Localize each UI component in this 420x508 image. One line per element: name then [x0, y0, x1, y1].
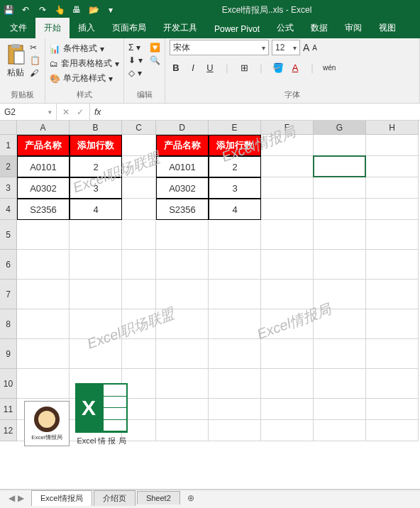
cell-C5[interactable]: [122, 220, 156, 250]
tab-page-layout[interactable]: 页面布局: [104, 18, 155, 38]
tab-data[interactable]: 数据: [302, 18, 336, 38]
tab-home[interactable]: 开始: [35, 18, 70, 38]
cell-B1[interactable]: 添加行数: [70, 135, 122, 156]
cell-D9[interactable]: [156, 339, 209, 369]
format-as-table-button[interactable]: 🗂 套用表格格式 ▾: [50, 57, 119, 70]
cell-G8[interactable]: [314, 309, 366, 339]
cell-H5[interactable]: [366, 220, 419, 250]
cell-B5[interactable]: [70, 220, 122, 250]
fill-color-button[interactable]: 🪣: [272, 62, 284, 73]
row-header-11[interactable]: 11: [0, 399, 17, 420]
cell-B7[interactable]: [70, 280, 122, 309]
row-header-8[interactable]: 8: [0, 309, 17, 339]
cell-A1[interactable]: 产品名称: [17, 135, 70, 156]
cell-F2[interactable]: [261, 156, 314, 177]
open-icon[interactable]: 📂: [88, 4, 99, 16]
cell-G2[interactable]: [314, 156, 366, 177]
cell-D5[interactable]: [156, 220, 209, 250]
cell-G3[interactable]: [314, 177, 366, 199]
cell-E8[interactable]: [209, 309, 261, 339]
cell-G1[interactable]: [314, 135, 366, 156]
font-size-select[interactable]: 12: [272, 40, 300, 55]
cell-A3[interactable]: A0302: [17, 177, 70, 199]
col-header-E[interactable]: E: [209, 121, 261, 135]
cut-icon[interactable]: ✂: [30, 43, 40, 53]
col-header-G[interactable]: G: [314, 121, 366, 135]
cell-E7[interactable]: [209, 280, 261, 309]
touch-mode-icon[interactable]: 👆: [54, 4, 65, 16]
print-icon[interactable]: 🖶: [71, 4, 82, 16]
cell-E5[interactable]: [209, 220, 261, 250]
tab-formulas[interactable]: 公式: [268, 18, 302, 38]
cell-D8[interactable]: [156, 309, 209, 339]
cell-G6[interactable]: [314, 250, 366, 280]
font-name-select[interactable]: 宋体: [170, 40, 269, 55]
cell-B6[interactable]: [70, 250, 122, 280]
row-header-5[interactable]: 5: [0, 220, 17, 250]
cell-D12[interactable]: [156, 420, 209, 441]
cell-E4[interactable]: 4: [209, 199, 261, 220]
sort-icon[interactable]: 🔽: [150, 43, 160, 53]
cell-F5[interactable]: [261, 220, 314, 250]
bold-button[interactable]: B: [170, 62, 182, 73]
cell-C9[interactable]: [122, 339, 156, 369]
tab-view[interactable]: 视图: [370, 18, 404, 38]
fx-icon[interactable]: fx: [90, 104, 105, 120]
underline-button[interactable]: U: [204, 62, 216, 73]
clear-button[interactable]: ◇ ▾: [128, 68, 143, 78]
qat-dropdown-icon[interactable]: ▾: [105, 4, 116, 16]
cell-H12[interactable]: [366, 420, 419, 441]
cell-styles-button[interactable]: 🎨 单元格样式 ▾: [50, 72, 119, 84]
copy-icon[interactable]: 📋: [30, 55, 40, 65]
cell-D4[interactable]: S2356: [156, 199, 209, 220]
tab-power-pivot[interactable]: Power Pivot: [206, 20, 268, 38]
italic-button[interactable]: I: [187, 62, 199, 73]
row-header-10[interactable]: 10: [0, 369, 17, 399]
row-header-4[interactable]: 4: [0, 199, 17, 220]
cell-D10[interactable]: [156, 369, 209, 399]
cell-B2[interactable]: 2: [70, 156, 122, 177]
fill-button[interactable]: ⬇ ▾: [128, 55, 143, 65]
cell-A7[interactable]: [17, 280, 70, 309]
cell-D2[interactable]: A0101: [156, 156, 209, 177]
select-all-corner[interactable]: [0, 121, 17, 135]
increase-font-icon[interactable]: A: [303, 42, 309, 53]
formula-input[interactable]: [105, 104, 420, 120]
cell-E12[interactable]: [209, 420, 261, 441]
format-painter-icon[interactable]: 🖌: [30, 68, 40, 78]
cell-G5[interactable]: [314, 220, 366, 250]
tab-insert[interactable]: 插入: [70, 18, 104, 38]
phonetic-button[interactable]: wén: [323, 64, 336, 72]
add-sheet-button[interactable]: ⊕: [182, 491, 200, 505]
cell-H1[interactable]: [366, 135, 419, 156]
enter-formula-icon[interactable]: ✓: [77, 107, 84, 117]
cell-A2[interactable]: A0101: [17, 156, 70, 177]
tab-file[interactable]: 文件: [1, 18, 35, 38]
sheet-tab-active[interactable]: Excel情报局: [31, 490, 92, 506]
cell-E6[interactable]: [209, 250, 261, 280]
cell-D11[interactable]: [156, 399, 209, 420]
cell-H7[interactable]: [366, 280, 419, 309]
row-header-3[interactable]: 3: [0, 177, 17, 199]
cell-A8[interactable]: [17, 309, 70, 339]
cell-E9[interactable]: [209, 339, 261, 369]
cell-G4[interactable]: [314, 199, 366, 220]
row-header-1[interactable]: 1: [0, 135, 17, 156]
cell-G11[interactable]: [314, 399, 366, 420]
cell-E11[interactable]: [209, 399, 261, 420]
cell-C2[interactable]: [122, 156, 156, 177]
sheet-tab[interactable]: 介绍页: [94, 490, 136, 506]
cell-D6[interactable]: [156, 250, 209, 280]
cell-A6[interactable]: [17, 250, 70, 280]
cell-C3[interactable]: [122, 177, 156, 199]
row-header-2[interactable]: 2: [0, 156, 17, 177]
col-header-H[interactable]: H: [366, 121, 419, 135]
col-header-D[interactable]: D: [156, 121, 209, 135]
cell-F8[interactable]: [261, 309, 314, 339]
row-header-12[interactable]: 12: [0, 420, 17, 441]
col-header-B[interactable]: B: [70, 121, 122, 135]
cell-D3[interactable]: A0302: [156, 177, 209, 199]
col-header-C[interactable]: C: [122, 121, 156, 135]
cell-F1[interactable]: [261, 135, 314, 156]
cell-F4[interactable]: [261, 199, 314, 220]
